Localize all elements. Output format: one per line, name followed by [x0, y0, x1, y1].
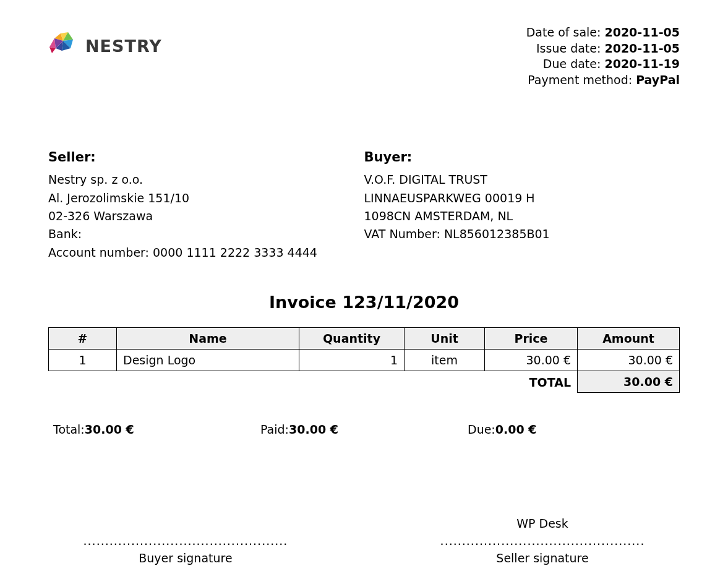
seller-signature-caption: Seller signature — [405, 551, 680, 565]
total-label: TOTAL — [485, 371, 578, 393]
issue-date-label: Issue date: — [536, 41, 601, 55]
due-date-label: Due date: — [543, 57, 601, 71]
meta-issue-date: Issue date: 2020-11-05 — [526, 41, 680, 57]
cell-name: Design Logo — [117, 350, 299, 371]
invoice-meta: Date of sale: 2020-11-05 Issue date: 202… — [526, 25, 680, 88]
th-price: Price — [485, 328, 578, 350]
seller-signature-line: ........................................… — [405, 534, 680, 547]
issue-date-value: 2020-11-05 — [604, 41, 680, 55]
total-value: 30.00 € — [578, 371, 680, 393]
seller-account: Account number: 0000 1111 2222 3333 4444 — [48, 244, 364, 262]
summary-row: Total:30.00 € Paid:30.00 € Due:0.00 € — [48, 423, 680, 436]
seller-city: 02-326 Warszawa — [48, 207, 364, 225]
buyer-block: Buyer: V.O.F. DIGITAL TRUST LINNAEUSPARK… — [364, 147, 680, 262]
seller-name: Nestry sp. z o.o. — [48, 171, 364, 189]
cell-amount: 30.00 € — [578, 350, 680, 371]
buyer-street: LINNAEUSPARKWEG 00019 H — [364, 189, 680, 207]
signatures-row: ........................................… — [48, 517, 680, 565]
buyer-signature-line: ........................................… — [48, 534, 323, 547]
meta-date-of-sale: Date of sale: 2020-11-05 — [526, 25, 680, 41]
table-row: 1 Design Logo 1 item 30.00 € 30.00 € — [49, 350, 680, 371]
payment-method-value: PayPal — [636, 73, 680, 87]
cell-qty: 1 — [299, 350, 405, 371]
seller-signature-name: WP Desk — [405, 517, 680, 531]
summary-paid-value: 30.00 € — [289, 423, 338, 436]
due-date-value: 2020-11-19 — [604, 57, 680, 71]
summary-due: Due:0.00 € — [468, 423, 675, 436]
company-name: NESTRY — [85, 36, 162, 56]
th-qty: Quantity — [299, 328, 405, 350]
seller-heading: Seller: — [48, 147, 364, 168]
summary-total-label: Total: — [53, 423, 85, 436]
date-of-sale-value: 2020-11-05 — [604, 25, 680, 39]
buyer-signature-name — [48, 517, 323, 531]
company-logo: NESTRY — [48, 30, 162, 62]
summary-total: Total:30.00 € — [53, 423, 260, 436]
invoice-page: NESTRY Date of sale: 2020-11-05 Issue da… — [0, 0, 728, 571]
summary-paid-label: Paid: — [260, 423, 289, 436]
cell-unit: item — [405, 350, 485, 371]
summary-due-value: 0.00 € — [495, 423, 537, 436]
parties-row: Seller: Nestry sp. z o.o. Al. Jerozolims… — [48, 147, 680, 262]
meta-payment-method: Payment method: PayPal — [526, 72, 680, 88]
payment-method-label: Payment method: — [528, 73, 632, 87]
seller-signature-block: WP Desk ................................… — [405, 517, 680, 565]
seller-street: Al. Jerozolimskie 151/10 — [48, 189, 364, 207]
summary-total-value: 30.00 € — [85, 423, 134, 436]
summary-due-label: Due: — [468, 423, 495, 436]
buyer-name: V.O.F. DIGITAL TRUST — [364, 171, 680, 189]
buyer-heading: Buyer: — [364, 147, 680, 168]
total-spacer — [49, 371, 485, 393]
seller-block: Seller: Nestry sp. z o.o. Al. Jerozolims… — [48, 147, 364, 262]
buyer-city: 1098CN AMSTERDAM, NL — [364, 207, 680, 225]
header-row: NESTRY Date of sale: 2020-11-05 Issue da… — [48, 25, 680, 88]
summary-paid: Paid:30.00 € — [260, 423, 468, 436]
seller-bank: Bank: — [48, 225, 364, 243]
meta-due-date: Due date: 2020-11-19 — [526, 56, 680, 72]
table-total-row: TOTAL 30.00 € — [49, 371, 680, 393]
th-num: # — [49, 328, 117, 350]
table-header-row: # Name Quantity Unit Price Amount — [49, 328, 680, 350]
cell-num: 1 — [49, 350, 117, 371]
date-of-sale-label: Date of sale: — [526, 25, 601, 39]
cell-price: 30.00 € — [485, 350, 578, 371]
buyer-signature-caption: Buyer signature — [48, 551, 323, 565]
items-table: # Name Quantity Unit Price Amount 1 Desi… — [48, 327, 680, 393]
th-unit: Unit — [405, 328, 485, 350]
buyer-signature-block: ........................................… — [48, 517, 323, 565]
logo-icon — [48, 30, 79, 62]
buyer-vat: VAT Number: NL856012385B01 — [364, 225, 680, 243]
invoice-title: Invoice 123/11/2020 — [48, 293, 680, 312]
th-name: Name — [117, 328, 299, 350]
th-amount: Amount — [578, 328, 680, 350]
